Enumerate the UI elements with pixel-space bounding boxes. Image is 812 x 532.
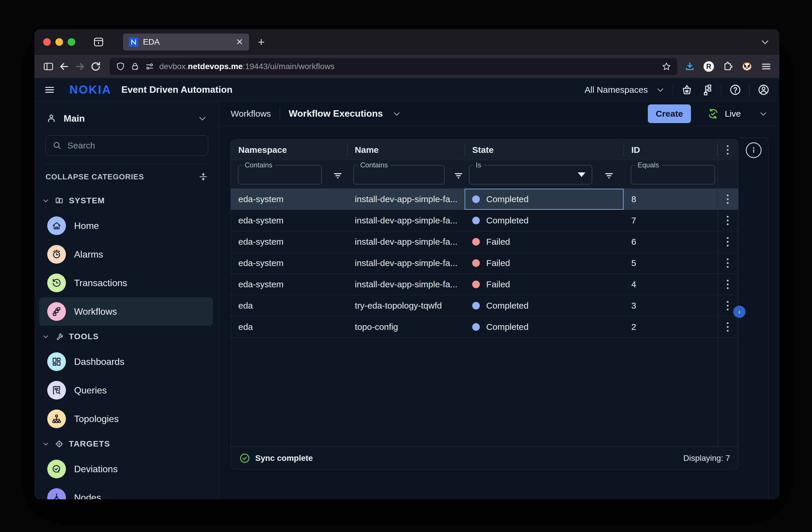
browser-tab[interactable]: EDA ✕ bbox=[123, 33, 249, 51]
back-button[interactable] bbox=[58, 60, 71, 73]
select-dropdown-triangle-icon bbox=[578, 172, 585, 177]
app-menu-icon[interactable] bbox=[44, 84, 55, 96]
list-all-tabs-icon[interactable] bbox=[759, 37, 771, 47]
name-filter-icon[interactable] bbox=[453, 170, 464, 181]
collapse-categories-row[interactable]: COLLAPSE CATEGORIES bbox=[45, 172, 208, 182]
sidebar-item-home[interactable]: Home bbox=[39, 212, 213, 240]
sidebar-item-queries[interactable]: Queries bbox=[39, 376, 213, 404]
sidebar-item-nodes[interactable]: Nodes bbox=[39, 483, 213, 499]
table-row[interactable]: eda-system install-dev-app-simple-fa... … bbox=[231, 231, 738, 253]
kebab-icon bbox=[727, 305, 729, 306]
sidebar-item-transactions[interactable]: Transactions bbox=[39, 269, 213, 297]
sidebar-item-dashboards[interactable]: Dashboards bbox=[39, 347, 213, 376]
tab-close-icon[interactable]: ✕ bbox=[236, 38, 243, 46]
extension-r-icon[interactable]: R bbox=[704, 61, 714, 72]
privacy-badger-icon[interactable] bbox=[741, 61, 753, 72]
live-sync-icon[interactable] bbox=[707, 107, 720, 120]
eda-favicon bbox=[129, 37, 138, 47]
info-icon[interactable] bbox=[746, 142, 762, 158]
column-header-state[interactable]: State bbox=[465, 140, 624, 160]
collapse-panel-handle[interactable]: ‹ bbox=[734, 306, 745, 318]
transaction-flow-icon[interactable] bbox=[700, 83, 713, 96]
tab-title: EDA bbox=[143, 37, 231, 47]
state-dot-icon bbox=[472, 196, 480, 203]
column-header-namespace[interactable]: Namespace bbox=[231, 140, 347, 160]
app-store-basket-icon[interactable] bbox=[681, 84, 693, 96]
cell-namespace: eda bbox=[231, 295, 347, 316]
namespace-filter-icon[interactable] bbox=[332, 170, 343, 181]
nodes-icon bbox=[47, 488, 66, 499]
address-bar[interactable]: devbox.netdevops.me:19443/ui/main/workfl… bbox=[110, 58, 677, 75]
sidebar-category-targets[interactable]: TARGETS bbox=[34, 433, 219, 455]
row-menu-button[interactable] bbox=[717, 274, 738, 295]
table-menu-button[interactable] bbox=[717, 140, 738, 160]
permissions-icon[interactable] bbox=[145, 61, 155, 71]
sidebar-item-topologies[interactable]: Topologies bbox=[39, 404, 213, 433]
details-rail bbox=[739, 138, 769, 499]
row-menu-button[interactable] bbox=[717, 231, 738, 252]
column-header-id[interactable]: ID bbox=[624, 140, 717, 160]
kebab-icon bbox=[727, 149, 729, 151]
table-row[interactable]: eda-system install-dev-app-simple-fa... … bbox=[231, 274, 738, 295]
app-header: NOKIA Event Driven Automation All Namesp… bbox=[34, 78, 779, 101]
minimize-window-button[interactable] bbox=[55, 38, 63, 46]
url-path: :19443/ui/main/workflows bbox=[243, 62, 334, 71]
view-title[interactable]: Workflow Executions bbox=[289, 108, 383, 119]
column-header-name[interactable]: Name bbox=[347, 140, 465, 160]
sidebar-search-input[interactable]: Search bbox=[45, 135, 208, 156]
state-filter-select[interactable]: Is bbox=[469, 165, 592, 184]
create-button[interactable]: Create bbox=[648, 104, 691, 123]
breadcrumb-workflows[interactable]: Workflows bbox=[231, 109, 271, 119]
item-label: Workflows bbox=[74, 306, 117, 317]
tracking-shield-icon[interactable] bbox=[116, 61, 126, 71]
row-menu-button[interactable] bbox=[717, 210, 738, 231]
cell-state: Completed bbox=[465, 210, 624, 231]
kebab-icon bbox=[727, 284, 729, 285]
close-window-button[interactable] bbox=[43, 38, 51, 46]
downloads-icon[interactable] bbox=[684, 61, 695, 72]
firefox-view-icon[interactable] bbox=[93, 36, 104, 48]
table-row[interactable]: eda-system install-dev-app-simple-fa... … bbox=[231, 210, 738, 231]
row-menu-button[interactable] bbox=[717, 316, 738, 337]
sidebar-category-tools[interactable]: TOOLS bbox=[34, 326, 219, 347]
menu-hamburger-icon[interactable] bbox=[761, 61, 772, 72]
extensions-puzzle-icon[interactable] bbox=[722, 61, 733, 72]
item-label: Dashboards bbox=[74, 356, 125, 367]
wrench-icon bbox=[55, 332, 63, 341]
name-filter-input[interactable]: Contains bbox=[353, 165, 445, 184]
table-row[interactable]: eda-system install-dev-app-simple-fa... … bbox=[231, 253, 738, 274]
cell-namespace: eda-system bbox=[231, 189, 347, 210]
bookmark-star-icon[interactable] bbox=[662, 61, 671, 71]
zoom-window-button[interactable] bbox=[68, 38, 75, 46]
item-label: Home bbox=[74, 220, 99, 231]
sidebar-item-alarms[interactable]: Alarms bbox=[39, 240, 213, 269]
sidebar-item-workflows[interactable]: Workflows bbox=[39, 297, 213, 326]
sidebar-item-deviations[interactable]: Deviations bbox=[39, 455, 213, 483]
sidebar-profile-selector[interactable]: Main bbox=[46, 109, 208, 128]
state-filter-icon[interactable] bbox=[604, 170, 614, 181]
state-dot-icon bbox=[472, 281, 480, 288]
sidebar-category-system[interactable]: SYSTEM bbox=[34, 190, 219, 212]
user-account-icon[interactable] bbox=[757, 83, 770, 96]
table-row[interactable]: eda try-eda-topology-tqwfd Completed 3 bbox=[231, 295, 738, 316]
namespace-selector[interactable]: All Namespaces bbox=[584, 85, 648, 95]
category-label: SYSTEM bbox=[69, 196, 105, 205]
namespace-filter-input[interactable]: Contains bbox=[238, 165, 322, 184]
reload-button[interactable] bbox=[89, 60, 102, 73]
cell-state: Completed bbox=[465, 295, 624, 316]
table-row[interactable]: eda-system install-dev-app-simple-fa... … bbox=[231, 189, 738, 210]
id-filter-input[interactable]: Equals bbox=[631, 165, 715, 184]
row-menu-button[interactable] bbox=[717, 253, 738, 274]
sidebar-toggle-icon[interactable] bbox=[42, 60, 55, 73]
live-chevron-icon[interactable] bbox=[758, 109, 768, 119]
namespace-chevron-icon[interactable] bbox=[655, 85, 665, 95]
forward-button[interactable] bbox=[73, 60, 86, 73]
kebab-icon bbox=[727, 220, 729, 221]
kebab-icon bbox=[727, 198, 729, 200]
new-tab-button[interactable]: + bbox=[258, 36, 264, 48]
row-menu-button[interactable] bbox=[717, 189, 738, 210]
connection-lock-icon[interactable] bbox=[130, 61, 140, 71]
help-icon[interactable] bbox=[729, 83, 742, 96]
view-chevron-icon[interactable] bbox=[392, 109, 402, 119]
table-row[interactable]: eda topo-config Completed 2 bbox=[231, 316, 738, 338]
